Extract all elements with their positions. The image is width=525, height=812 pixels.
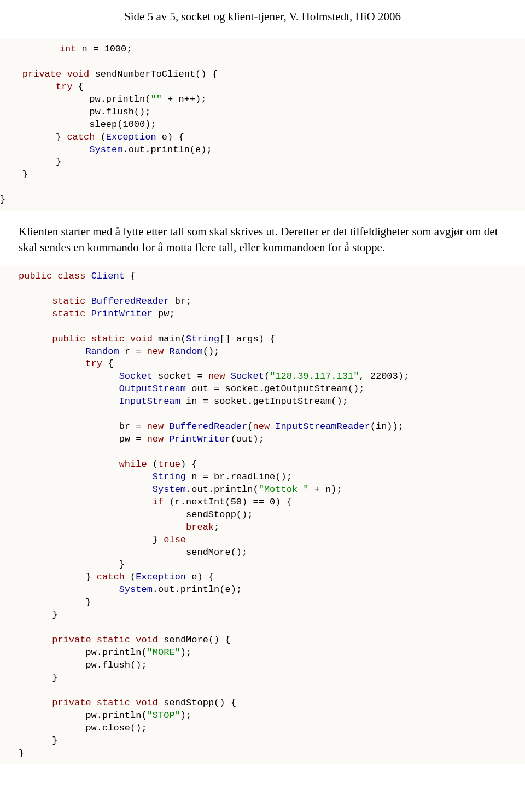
page: Side 5 av 5, socket og klient-tjener, V.… (0, 0, 525, 812)
code-block-1: int n = 1000; private void sendNumberToC… (0, 39, 525, 211)
code-block-2: public class Client { static BufferedRea… (0, 266, 525, 764)
paragraph-1: Klienten starter med å lytte etter tall … (0, 211, 525, 266)
page-header: Side 5 av 5, socket og klient-tjener, V.… (0, 0, 525, 39)
